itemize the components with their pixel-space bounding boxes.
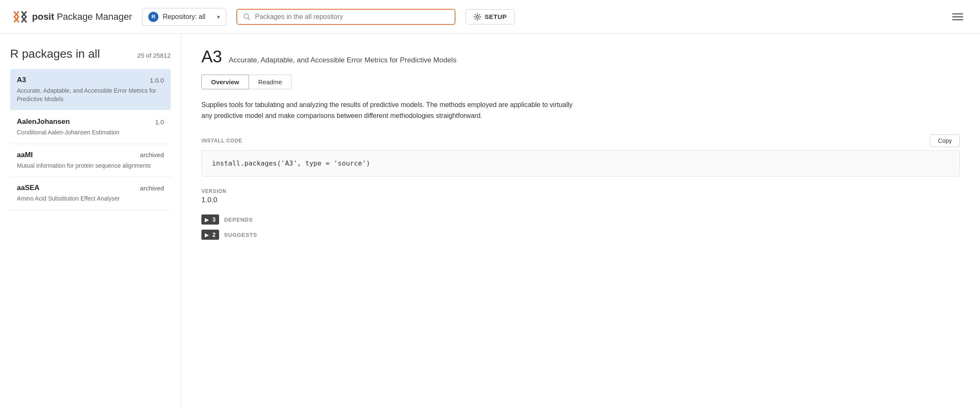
pkg-name: AalenJohansen (17, 118, 70, 126)
depends-arrow: ▶ 3 (201, 214, 219, 225)
suggests-count: 2 (212, 231, 216, 238)
list-item[interactable]: AalenJohansen 1.0 Conditional Aalen-Joha… (10, 111, 171, 144)
detail-panel: A3 Accurate, Adaptable, and Accessible E… (181, 34, 980, 407)
pkg-version: 1.0.0 (150, 77, 164, 84)
pkg-name: aaMI (17, 151, 33, 159)
pkg-version: archived (140, 185, 164, 192)
sidebar-header: R packages in all 25 of 25812 (10, 47, 171, 61)
depends-arrow-icon: ▶ (205, 217, 209, 223)
pkg-description: Amino Acid Substitution Effect Analyser (17, 195, 164, 203)
pkg-version: 1.0 (155, 118, 164, 126)
posit-logo-icon (13, 11, 29, 23)
detail-title-row: A3 Accurate, Adaptable, and Accessible E… (201, 47, 960, 66)
package-list: A3 1.0.0 Accurate, Adaptable, and Access… (10, 69, 171, 210)
suggests-arrow-icon: ▶ (205, 232, 209, 238)
depends-label: DEPENDS (224, 217, 253, 223)
install-section: INSTALL CODE Copy install.packages('A3',… (201, 134, 960, 177)
logo-text: posit Package Manager (32, 11, 132, 22)
version-label: VERSION (201, 188, 960, 194)
search-input[interactable] (255, 13, 449, 21)
gear-icon (474, 13, 481, 21)
suggests-label: SUGGESTS (224, 232, 257, 238)
suggests-section: ▶ 2 SUGGESTS (201, 230, 960, 240)
suggests-expand-button[interactable]: ▶ 2 SUGGESTS (201, 230, 257, 240)
code-block: install.packages('A3', type = 'source') (201, 150, 960, 177)
pkg-name: A3 (17, 76, 26, 84)
search-box[interactable] (236, 9, 455, 25)
copy-button[interactable]: Copy (930, 134, 960, 147)
pkg-description: Accurate, Adaptable, and Accessible Erro… (17, 87, 164, 103)
logo: posit Package Manager (13, 11, 132, 23)
depends-count: 3 (212, 216, 216, 223)
repo-label: Repository: all (163, 13, 213, 21)
repository-selector[interactable]: R Repository: all ▾ (142, 8, 226, 26)
detail-pkg-name: A3 (201, 47, 222, 66)
setup-label: SETUP (485, 13, 507, 20)
list-item[interactable]: aaMI archived Mutual information for pro… (10, 144, 171, 177)
install-label-row: INSTALL CODE Copy (201, 134, 960, 147)
menu-line-1 (952, 13, 963, 14)
hamburger-menu[interactable] (949, 10, 967, 24)
install-code-text: install.packages('A3', type = 'source') (212, 159, 370, 167)
version-value: 1.0.0 (201, 196, 960, 204)
sidebar-title: R packages in all (10, 47, 100, 61)
list-item[interactable]: aaSEA archived Amino Acid Substitution E… (10, 177, 171, 210)
setup-button[interactable]: SETUP (466, 9, 515, 24)
sidebar: R packages in all 25 of 25812 A3 1.0.0 A… (0, 34, 181, 407)
depends-expand-button[interactable]: ▶ 3 DEPENDS (201, 214, 253, 225)
menu-line-3 (952, 19, 963, 20)
svg-point-2 (476, 16, 479, 18)
sidebar-count: 25 of 25812 (137, 52, 171, 59)
menu-line-2 (952, 16, 963, 17)
package-description: Supplies tools for tabulating and analyz… (201, 99, 581, 121)
search-icon (243, 13, 251, 21)
pkg-version: archived (140, 151, 164, 158)
list-item[interactable]: A3 1.0.0 Accurate, Adaptable, and Access… (10, 69, 171, 110)
tabs: Overview Readme (201, 75, 960, 89)
depends-section: ▶ 3 DEPENDS (201, 214, 960, 225)
chevron-down-icon: ▾ (217, 13, 220, 20)
pkg-name: aaSEA (17, 184, 40, 192)
pkg-description: Conditional Aalen-Johansen Estimation (17, 129, 164, 137)
detail-pkg-full-desc: Accurate, Adaptable, and Accessible Erro… (229, 56, 456, 64)
tab-readme[interactable]: Readme (249, 75, 292, 89)
pkg-description: Mutual information for protein sequence … (17, 162, 164, 170)
r-badge: R (148, 12, 158, 22)
install-code-label: INSTALL CODE (201, 138, 242, 144)
suggests-arrow: ▶ 2 (201, 230, 219, 240)
version-section: VERSION 1.0.0 (201, 188, 960, 204)
tab-overview[interactable]: Overview (201, 75, 249, 89)
svg-line-1 (248, 18, 250, 20)
